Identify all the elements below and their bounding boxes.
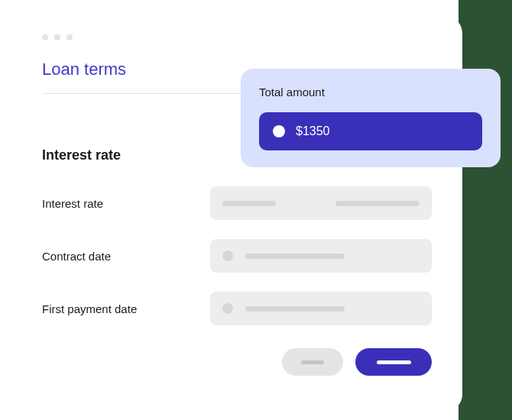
total-amount-card: Total amount $1350	[241, 69, 501, 167]
interest-rate-input[interactable]	[210, 186, 432, 220]
first-payment-date-input[interactable]	[210, 292, 432, 325]
maximize-icon[interactable]	[66, 34, 73, 40]
background-panel	[459, 0, 512, 420]
form-row-interest-rate: Interest rate	[42, 186, 432, 220]
total-amount-label: Total amount	[259, 86, 482, 99]
button-label-placeholder	[301, 360, 324, 364]
cancel-button[interactable]	[282, 348, 343, 376]
minimize-icon[interactable]	[54, 34, 60, 40]
first-payment-date-label: First payment date	[42, 302, 210, 315]
total-amount-value[interactable]: $1350	[259, 112, 482, 150]
window-controls	[42, 34, 432, 40]
button-label-placeholder	[377, 360, 411, 364]
interest-rate-label: Interest rate	[42, 197, 210, 210]
submit-button[interactable]	[355, 348, 432, 376]
form-actions	[42, 348, 432, 376]
calendar-icon	[222, 303, 233, 314]
total-amount-text: $1350	[296, 124, 330, 138]
form-row-contract-date: Contract date	[42, 239, 432, 273]
close-icon[interactable]	[42, 34, 48, 40]
radio-icon	[273, 125, 285, 137]
placeholder-line	[335, 201, 420, 206]
contract-date-label: Contract date	[42, 250, 210, 263]
placeholder-line	[222, 201, 276, 206]
calendar-icon	[222, 250, 233, 261]
placeholder-line	[245, 254, 345, 259]
form-row-first-payment-date: First payment date	[42, 292, 432, 325]
contract-date-input[interactable]	[210, 239, 432, 273]
placeholder-line	[245, 306, 345, 312]
